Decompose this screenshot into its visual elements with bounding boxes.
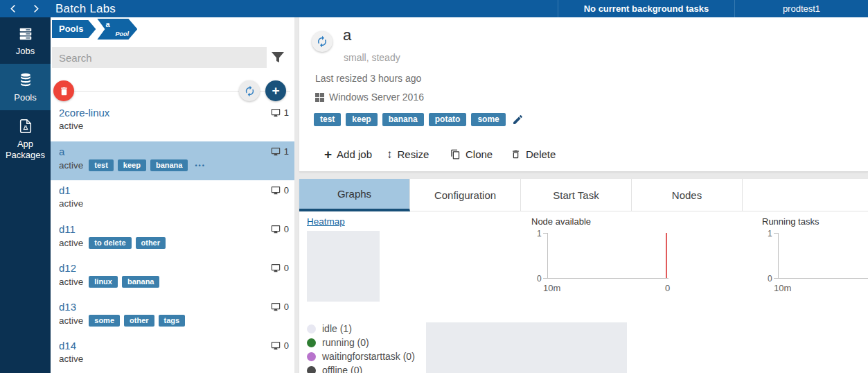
sidebar-item-pools[interactable]: Pools (0, 64, 51, 110)
account-name[interactable]: prodtest1 (734, 0, 868, 17)
clone-copy-icon (450, 149, 461, 159)
node-count: 0 (284, 340, 289, 351)
y-tick: 1 (768, 229, 772, 238)
monitor-icon (270, 146, 281, 157)
breadcrumb-pools[interactable]: Pools (52, 20, 96, 38)
back-chevron-icon[interactable] (8, 3, 19, 14)
pool-row-d12[interactable]: d12 active linux banana 0 (51, 258, 294, 297)
node-count: 1 (284, 146, 289, 157)
pool-state: active (59, 160, 83, 171)
tab-configuration[interactable]: Configuration (410, 179, 521, 211)
pool-detail-header: a small, steady Last resized 3 hours ago… (299, 17, 868, 172)
pool-row-2core-linux[interactable]: 2core-linux active 1 (51, 103, 294, 141)
pool-row-d14[interactable]: d14 active 0 (51, 336, 294, 373)
monitor-icon (270, 340, 281, 351)
top-bar: Batch Labs No current background tasks p… (0, 0, 868, 17)
node-available-chart (547, 233, 668, 279)
pool-tag: banana (122, 276, 160, 288)
delete-button[interactable]: Delete (511, 144, 556, 164)
breadcrumb: Pools a Pool (52, 19, 137, 40)
tab-start-task[interactable]: Start Task (521, 179, 632, 211)
sidebar-item-label: Jobs (0, 46, 51, 57)
breadcrumb-current-pool[interactable]: a Pool (97, 19, 137, 40)
pool-title: a (343, 26, 351, 44)
y-tick: 0 (537, 274, 542, 284)
pool-tag: banana (382, 113, 424, 126)
pool-row-d1[interactable]: d1 active 0 (51, 180, 294, 219)
node-count: 0 (284, 263, 289, 273)
clone-button[interactable]: Clone (450, 144, 493, 164)
pool-name: d12 (59, 262, 76, 274)
refresh-list-button[interactable] (239, 80, 260, 101)
add-pool-button[interactable]: + (265, 80, 286, 101)
pool-name: d13 (59, 301, 76, 313)
node-state-legend: idle (1) running (0) waitingforstarttask… (307, 322, 415, 373)
legend-item-idle: idle (1) (307, 322, 415, 336)
pool-state: active (59, 315, 83, 326)
pool-state: active (59, 198, 83, 209)
breadcrumb-pool-type: Pool (115, 31, 129, 37)
sidebar-item-label: App Packages (0, 139, 51, 161)
trash-icon (59, 86, 69, 96)
offline-dot (307, 366, 316, 373)
tab-bar: Graphs Configuration Start Task Nodes (299, 179, 868, 211)
sidebar-item-app-packages[interactable]: App Packages (0, 110, 51, 168)
tab-nodes[interactable]: Nodes (632, 179, 743, 211)
pool-row-d11[interactable]: d11 active to delete other 0 (51, 219, 294, 258)
pool-tag: to delete (89, 237, 131, 249)
pool-detail-tabs-panel: Graphs Configuration Start Task Nodes He… (299, 179, 868, 373)
pool-tag: some (471, 113, 505, 126)
tab-graphs[interactable]: Graphs (299, 179, 410, 211)
pool-tag: other (124, 315, 154, 327)
pool-name: 2core-linux (59, 107, 109, 119)
monitor-icon (270, 263, 281, 273)
running-dot (307, 338, 316, 347)
os-name: Windows Server 2016 (329, 92, 424, 103)
last-resized-text: Last resized 3 hours ago (315, 73, 421, 84)
refresh-pool-button[interactable] (312, 31, 333, 52)
search-input[interactable] (52, 47, 267, 68)
delete-pool-button[interactable] (53, 80, 74, 101)
resize-button[interactable]: ↕ Resize (387, 144, 429, 164)
node-count: 0 (284, 224, 289, 234)
breadcrumb-pool-name: a (105, 20, 109, 28)
jobs-servers-icon (18, 26, 33, 41)
add-job-button[interactable]: + Add job (324, 144, 372, 164)
batch-labs-window: Batch Labs No current background tasks p… (0, 0, 868, 373)
legend-item-running: running (0) (307, 336, 415, 349)
background-tasks-status: No current background tasks (558, 0, 734, 17)
legend-item-offline: offline (0) (307, 363, 415, 373)
pool-tag: test (314, 113, 341, 126)
more-tags-button[interactable]: ••• (195, 162, 205, 169)
plus-icon: + (324, 148, 332, 161)
refresh-icon (316, 35, 328, 48)
legend-item-waitingforstarttask: waitingforstarttask (0) (307, 349, 415, 363)
pools-database-icon (18, 72, 33, 87)
filter-icon[interactable] (269, 49, 286, 66)
sidebar-item-jobs[interactable]: Jobs (0, 17, 51, 64)
pool-subtitle: small, steady (344, 52, 400, 63)
pool-tag: tags (159, 315, 186, 327)
pool-tag: potato (429, 113, 467, 126)
plus-icon: + (272, 83, 279, 98)
pool-row-d13[interactable]: d13 active some other tags 0 (51, 297, 294, 336)
pool-list: 2core-linux active 1 a active test keep … (51, 103, 294, 373)
pool-tags-row: test keep banana potato some (314, 113, 524, 126)
chart-title-node-available: Node available (531, 216, 591, 227)
chart-title-running-tasks: Running tasks (762, 216, 819, 227)
heatmap-link[interactable]: Heatmap (307, 216, 345, 227)
edit-pencil-icon[interactable] (512, 114, 524, 125)
app-packages-file-icon (18, 119, 33, 134)
pool-tag: linux (89, 276, 118, 288)
pool-actions: + Add job ↕ Resize Clone Delete (299, 144, 868, 168)
pool-state: active (59, 277, 83, 287)
pool-list-panel: Pools a Pool + 2core-linux active (51, 17, 294, 373)
forward-chevron-icon[interactable] (30, 3, 41, 14)
node-count: 1 (284, 107, 289, 118)
pool-tag: keep (118, 159, 146, 171)
y-tick: 1 (537, 229, 542, 238)
monitor-icon (270, 302, 281, 312)
heatmap-detail-placeholder (426, 322, 627, 373)
waitingforstarttask-dot (307, 352, 316, 361)
pool-row-a[interactable]: a active test keep banana ••• 1 (51, 141, 294, 180)
